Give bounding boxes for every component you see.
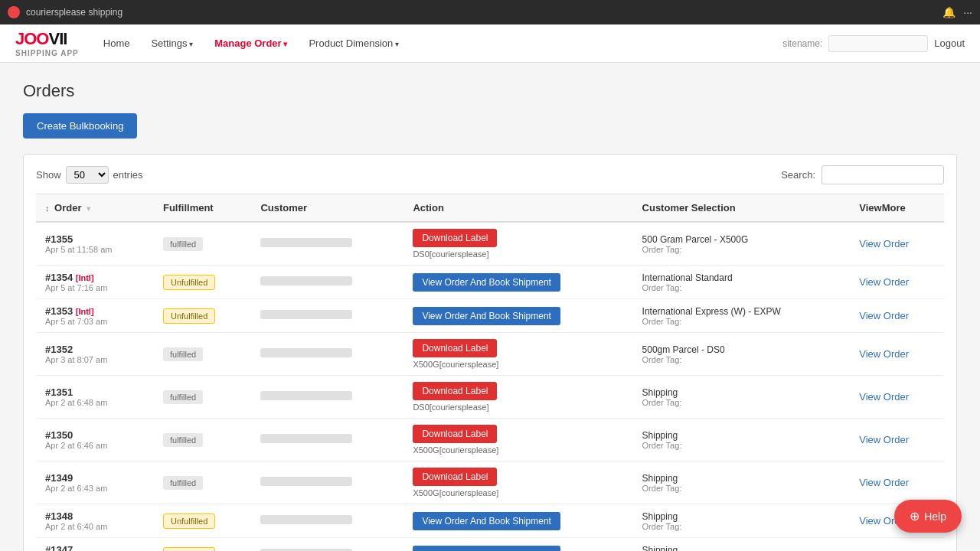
order-cell: #1350Apr 2 at 6:46 am [36, 419, 154, 461]
customer-selection-cell: ShippingOrder Tag: [633, 461, 851, 504]
selection-tag: Order Tag: [642, 398, 841, 407]
view-order-link[interactable]: View Order [859, 310, 909, 321]
selection-tag: Order Tag: [642, 484, 841, 493]
view-order-link[interactable]: View Order [859, 434, 909, 445]
bell-icon[interactable]: 🔔 [942, 6, 956, 18]
fulfillment-badge: fulfilled [163, 433, 203, 447]
nav-links: Home Settings Manage Order Product Dimen… [94, 33, 782, 54]
viewmore-cell: View Order [850, 461, 944, 504]
action-button[interactable]: View Order And Book Shipment [413, 546, 560, 552]
customer-placeholder [260, 391, 352, 400]
main-content: Orders Create Bulkbooking Show 50 10 25 … [0, 63, 980, 551]
order-date: Apr 5 at 7:16 am [45, 283, 145, 292]
selection-tag: Order Tag: [642, 317, 841, 326]
order-date: Apr 2 at 6:46 am [45, 441, 145, 450]
customer-cell [251, 461, 403, 504]
col-viewmore: ViewMore [850, 194, 944, 223]
table-row: #1349Apr 2 at 6:43 amfulfilledDownload L… [36, 461, 944, 504]
order-cell: #1355Apr 5 at 11:58 am [36, 222, 154, 266]
col-fulfillment: Fulfillment [154, 194, 252, 223]
customer-selection-cell: ShippingOrder Tag: [633, 419, 851, 461]
nav-right: sitename: Logout [782, 35, 965, 52]
order-date: Apr 5 at 11:58 am [45, 245, 145, 254]
viewmore-cell: View Order [850, 376, 944, 419]
table-row: #1348Apr 2 at 6:40 amUnfulfilledView Ord… [36, 504, 944, 538]
view-order-link[interactable]: View Order [859, 276, 909, 288]
help-label: Help [924, 510, 946, 523]
entries-select[interactable]: 50 10 25 100 [66, 166, 109, 184]
order-date: Apr 5 at 7:03 am [45, 317, 145, 326]
help-button[interactable]: ⊕ Help [894, 500, 962, 533]
action-button[interactable]: Download Label [413, 339, 497, 357]
titlebar: couriersplease shipping 🔔 ··· [0, 0, 980, 24]
order-cell: #1348Apr 2 at 6:40 am [36, 504, 154, 538]
customer-cell [251, 333, 403, 376]
action-button[interactable]: View Order And Book Shipment [413, 273, 560, 292]
page-title: Orders [23, 81, 957, 101]
selection-tag: Order Tag: [642, 283, 841, 292]
customer-selection-cell: International Express (W) - EXPWOrder Ta… [633, 299, 851, 333]
action-sub: DS0[couriersplease] [413, 249, 623, 259]
action-button[interactable]: Download Label [413, 468, 497, 486]
view-order-link[interactable]: View Order [859, 391, 909, 403]
customer-placeholder [260, 434, 352, 443]
nav-manage-order[interactable]: Manage Order [205, 33, 296, 54]
action-button[interactable]: Download Label [413, 425, 497, 443]
selection-main: 500gm Parcel - DS0 [642, 344, 841, 355]
action-cell: View Order And Book Shipment [403, 299, 632, 333]
action-cell: Download LabelX500G[couriersplease] [403, 419, 632, 461]
table-row: #1352Apr 3 at 8:07 amfulfilledDownload L… [36, 333, 944, 376]
order-intl-badge: [Intl] [76, 273, 94, 282]
customer-placeholder [260, 310, 352, 319]
viewmore-cell: View Order [850, 299, 944, 333]
table-header-row: ↕ Order ▾ Fulfillment Customer Action Cu… [36, 194, 944, 223]
filter-icon[interactable]: ▾ [87, 204, 90, 213]
action-button[interactable]: Download Label [413, 382, 497, 400]
sitename-input[interactable] [828, 35, 928, 52]
create-bulkbooking-button[interactable]: Create Bulkbooking [23, 113, 137, 139]
order-date: Apr 2 at 6:40 am [45, 522, 145, 531]
action-cell: Download LabelX500G[couriersplease] [403, 461, 632, 504]
viewmore-cell: View Order [850, 419, 944, 461]
selection-main: 500 Gram Parcel - X500G [642, 234, 841, 245]
order-number: #1355 [45, 233, 145, 245]
selection-main: International Standard [642, 272, 841, 283]
viewmore-cell: View Order [850, 333, 944, 376]
table-row: #1354 [Intl]Apr 5 at 7:16 amUnfulfilledV… [36, 266, 944, 299]
viewmore-cell: View Order [850, 222, 944, 266]
order-number: #1348 [45, 510, 145, 522]
customer-cell [251, 538, 403, 552]
selection-main: Shipping [642, 473, 841, 484]
action-cell: View Order And Book Shipment [403, 504, 632, 538]
help-icon: ⊕ [910, 509, 920, 523]
view-order-link[interactable]: View Order [859, 348, 909, 360]
logout-button[interactable]: Logout [934, 37, 965, 49]
fulfillment-badge: fulfilled [163, 347, 203, 361]
order-cell: #1353 [Intl]Apr 5 at 7:03 am [36, 299, 154, 333]
selection-tag: Order Tag: [642, 522, 841, 531]
table-row: #1353 [Intl]Apr 5 at 7:03 amUnfulfilledV… [36, 299, 944, 333]
action-sub: X500G[couriersplease] [413, 360, 623, 369]
action-cell: Download LabelDS0[couriersplease] [403, 222, 632, 266]
selection-main: Shipping [642, 545, 841, 552]
order-number: #1347 [45, 544, 145, 551]
fulfillment-cell: Unfulfilled [154, 504, 252, 538]
view-order-link[interactable]: View Order [859, 477, 909, 488]
action-button[interactable]: Download Label [413, 229, 497, 247]
action-sub: DS0[couriersplease] [413, 403, 623, 412]
nav-settings[interactable]: Settings [142, 33, 202, 54]
view-order-link[interactable]: View Order [859, 238, 909, 249]
table-row: #1355Apr 5 at 11:58 amfulfilledDownload … [36, 222, 944, 266]
search-input[interactable] [822, 165, 944, 184]
fulfillment-cell: Unfulfilled [154, 299, 252, 333]
col-customer-selection: Customer Selection [633, 194, 851, 223]
more-icon[interactable]: ··· [963, 6, 972, 18]
customer-placeholder [260, 477, 352, 486]
nav-home[interactable]: Home [94, 33, 139, 54]
fulfillment-cell: fulfilled [154, 419, 252, 461]
nav-product-dimension[interactable]: Product Dimension [299, 33, 408, 54]
action-button[interactable]: View Order And Book Shipment [413, 307, 560, 325]
action-sub: X500G[couriersplease] [413, 488, 623, 497]
fulfillment-badge: fulfilled [163, 390, 203, 404]
action-button[interactable]: View Order And Book Shipment [413, 512, 560, 530]
